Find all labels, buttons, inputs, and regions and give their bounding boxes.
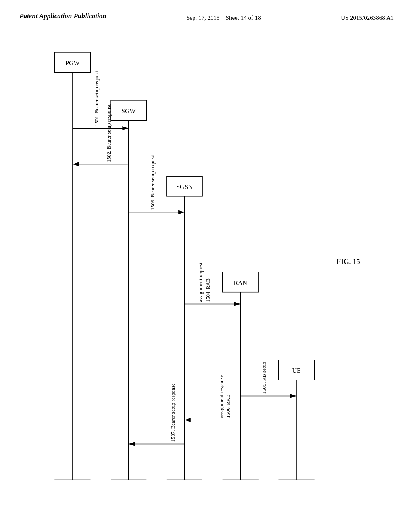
pgw-label: PGW	[65, 60, 79, 66]
msg-1507-label: 1507. Bearer setup response	[170, 383, 176, 442]
figure-label: FIG. 15	[336, 258, 360, 266]
msg-1505-label: 1505. RB setup	[261, 362, 267, 394]
msg-1503-label: 1503. Bearer setup request	[150, 155, 156, 210]
sgw-label: SGW	[121, 108, 136, 114]
sheet-info: Sheet 14 of 18	[226, 15, 261, 21]
msg-1501-label: 1501. Bearer setup request	[94, 71, 100, 127]
ran-label: RAN	[234, 279, 248, 286]
patent-number: US 2015/0263868 A1	[341, 11, 394, 23]
page-header: Patent Application Publication Sep. 17, …	[0, 0, 413, 27]
publication-date: Sep. 17, 2015	[186, 15, 220, 21]
header-date-sheet: Sep. 17, 2015 Sheet 14 of 18	[186, 11, 261, 23]
msg-1504-label-2: assignment request	[198, 262, 204, 302]
diagram-area: PGW SGW SGSN RAN UE	[24, 48, 389, 508]
msg-1504-label-1: 1504. RAB	[205, 278, 211, 302]
publication-title: Patent Application Publication	[19, 11, 106, 21]
msg-1502-label: 1502. Bearer setup response	[106, 104, 112, 162]
sequence-diagram: PGW SGW SGSN RAN UE	[24, 48, 389, 508]
ue-label: UE	[292, 367, 300, 374]
msg-1506-label-2: assignment response	[219, 375, 224, 418]
sgsn-label: SGSN	[176, 183, 193, 190]
msg-1506-label-1: 1506. RAB	[225, 394, 231, 418]
